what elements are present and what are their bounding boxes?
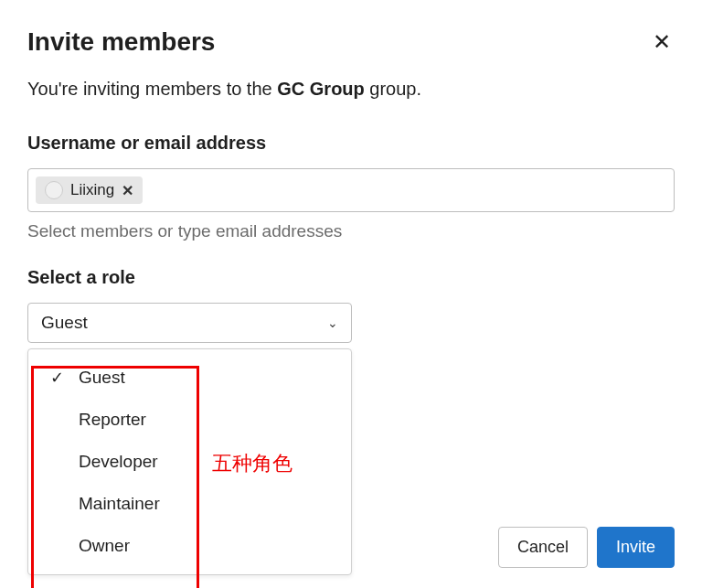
role-selected-value: Guest <box>41 313 88 333</box>
cancel-button[interactable]: Cancel <box>498 527 588 568</box>
user-token[interactable]: Liixing ✕ <box>36 176 143 204</box>
modal-header: Invite members ✕ <box>27 27 675 57</box>
subtitle-suffix: group. <box>365 79 421 99</box>
modal-footer: Cancel Invite <box>498 527 675 568</box>
annotation-label: 五种角色 <box>212 450 292 477</box>
role-dropdown: Guest Reporter Developer Maintainer Owne… <box>27 348 352 575</box>
subtitle-group-name: GC Group <box>277 79 365 99</box>
username-input[interactable]: Liixing ✕ <box>27 168 675 212</box>
close-button[interactable]: ✕ <box>649 27 675 57</box>
remove-token-button[interactable]: ✕ <box>122 182 133 199</box>
chevron-down-icon: ⌄ <box>327 315 338 330</box>
x-icon: ✕ <box>122 183 133 198</box>
role-option-developer[interactable]: Developer <box>28 441 351 483</box>
username-label: Username or email address <box>27 133 675 154</box>
invite-button[interactable]: Invite <box>597 527 675 568</box>
role-select[interactable]: Guest ⌄ <box>27 303 352 343</box>
role-label: Select a role <box>27 267 675 288</box>
user-token-name: Liixing <box>70 181 114 199</box>
avatar-icon <box>45 181 63 199</box>
role-option-guest[interactable]: Guest <box>28 357 351 399</box>
username-helper-text: Select members or type email addresses <box>27 221 675 241</box>
role-option-maintainer[interactable]: Maintainer <box>28 483 351 525</box>
modal-title: Invite members <box>27 27 215 57</box>
close-icon: ✕ <box>653 29 671 54</box>
subtitle-prefix: You're inviting members to the <box>27 79 277 99</box>
role-option-owner[interactable]: Owner <box>28 525 351 567</box>
modal-subtitle: You're inviting members to the GC Group … <box>27 79 675 100</box>
role-option-reporter[interactable]: Reporter <box>28 399 351 441</box>
